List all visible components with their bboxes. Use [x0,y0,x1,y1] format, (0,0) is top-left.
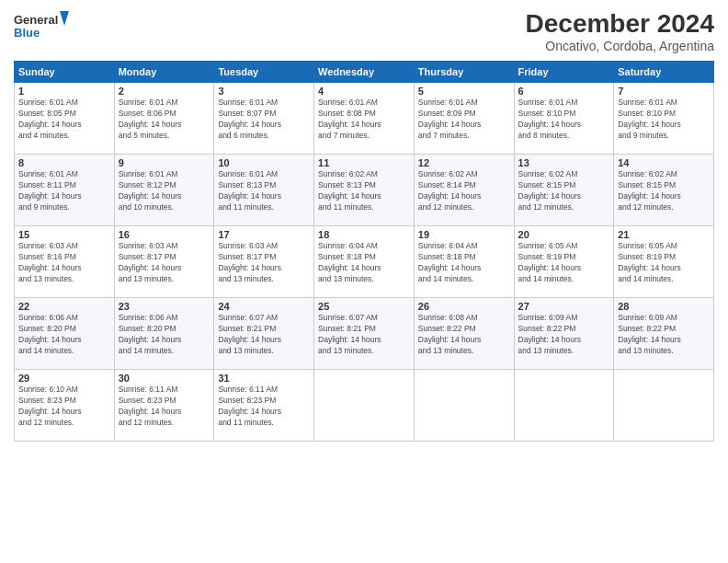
daylight-minutes: and 13 minutes. [18,274,74,283]
sunset-label: Sunset: 8:10 PM [518,109,576,118]
sunset-label: Sunset: 8:22 PM [418,324,476,333]
sunset-label: Sunset: 8:12 PM [119,180,176,190]
daylight-minutes: and 7 minutes. [418,131,470,140]
day-info: Sunrise: 6:11 AM Sunset: 8:23 PM Dayligh… [218,385,310,429]
sunset-label: Sunset: 8:23 PM [218,396,276,405]
daylight-minutes: and 11 minutes. [218,418,273,427]
day-number: 21 [618,229,710,240]
calendar-cell: 22 Sunrise: 6:06 AM Sunset: 8:20 PM Dayl… [15,298,115,370]
calendar-header-tuesday: Tuesday [214,62,314,83]
sunrise-label: Sunrise: 6:01 AM [119,98,178,107]
day-info: Sunrise: 6:03 AM Sunset: 8:17 PM Dayligh… [218,241,310,285]
calendar-cell: 28 Sunrise: 6:09 AM Sunset: 8:22 PM Dayl… [614,298,714,370]
sunset-label: Sunset: 8:13 PM [218,180,276,190]
calendar-cell: 19 Sunrise: 6:04 AM Sunset: 8:18 PM Dayl… [414,226,514,298]
daylight-minutes: and 5 minutes. [119,131,170,140]
sunrise-label: Sunrise: 6:01 AM [418,98,478,107]
daylight-label: Daylight: 14 hours [618,263,681,272]
sunrise-label: Sunrise: 6:06 AM [119,313,178,322]
daylight-minutes: and 14 minutes. [18,346,74,355]
page: General Blue December 2024 Oncativo, Cor… [0,0,728,563]
calendar-cell: 26 Sunrise: 6:08 AM Sunset: 8:22 PM Dayl… [414,298,514,370]
calendar-cell: 11 Sunrise: 6:02 AM Sunset: 8:13 PM Dayl… [314,155,415,226]
day-number: 2 [119,86,210,97]
day-info: Sunrise: 6:09 AM Sunset: 8:22 PM Dayligh… [618,313,710,357]
sunset-label: Sunset: 8:06 PM [119,109,176,118]
daylight-minutes: and 13 minutes. [318,274,373,283]
sunset-label: Sunset: 8:20 PM [18,324,76,333]
daylight-label: Daylight: 14 hours [318,191,381,201]
sunrise-label: Sunrise: 6:02 AM [518,169,578,178]
day-info: Sunrise: 6:10 AM Sunset: 8:23 PM Dayligh… [18,385,110,429]
day-info: Sunrise: 6:01 AM Sunset: 8:10 PM Dayligh… [518,98,610,142]
calendar-cell: 18 Sunrise: 6:04 AM Sunset: 8:18 PM Dayl… [314,226,415,298]
day-number: 4 [318,86,410,97]
sunrise-label: Sunrise: 6:01 AM [18,169,78,178]
calendar-cell: 14 Sunrise: 6:02 AM Sunset: 8:15 PM Dayl… [614,155,714,226]
sunset-label: Sunset: 8:18 PM [418,252,476,261]
calendar-cell: 10 Sunrise: 6:01 AM Sunset: 8:13 PM Dayl… [214,155,314,226]
day-number: 11 [318,157,410,168]
day-info: Sunrise: 6:09 AM Sunset: 8:22 PM Dayligh… [518,313,610,357]
daylight-label: Daylight: 14 hours [518,191,582,201]
daylight-minutes: and 13 minutes. [218,274,273,283]
sunset-label: Sunset: 8:18 PM [318,252,376,261]
calendar-cell [614,370,714,442]
sunset-label: Sunset: 8:09 PM [418,109,476,118]
day-number: 27 [518,301,610,312]
day-info: Sunrise: 6:03 AM Sunset: 8:16 PM Dayligh… [18,241,110,285]
calendar-header-wednesday: Wednesday [314,62,415,83]
sunrise-label: Sunrise: 6:08 AM [418,313,478,322]
day-number: 16 [119,229,210,240]
day-number: 28 [618,301,710,312]
daylight-minutes: and 11 minutes. [318,202,373,212]
day-number: 10 [218,157,310,168]
sunrise-label: Sunrise: 6:11 AM [119,385,178,394]
day-info: Sunrise: 6:06 AM Sunset: 8:20 PM Dayligh… [119,313,210,357]
svg-text:General: General [14,13,58,27]
day-number: 25 [318,301,410,312]
daylight-label: Daylight: 14 hours [119,263,182,272]
sunrise-label: Sunrise: 6:01 AM [218,98,278,107]
calendar-cell [514,370,614,442]
daylight-minutes: and 9 minutes. [618,131,669,140]
day-number: 8 [18,157,110,168]
calendar-cell: 6 Sunrise: 6:01 AM Sunset: 8:10 PM Dayli… [514,83,614,155]
day-info: Sunrise: 6:04 AM Sunset: 8:18 PM Dayligh… [318,241,410,285]
calendar-cell: 21 Sunrise: 6:05 AM Sunset: 8:19 PM Dayl… [614,226,714,298]
day-info: Sunrise: 6:02 AM Sunset: 8:14 PM Dayligh… [418,169,510,213]
calendar-header-thursday: Thursday [414,62,514,83]
day-info: Sunrise: 6:05 AM Sunset: 8:19 PM Dayligh… [518,241,610,285]
sunrise-label: Sunrise: 6:11 AM [218,385,278,394]
daylight-label: Daylight: 14 hours [119,191,182,201]
daylight-label: Daylight: 14 hours [318,335,381,344]
day-info: Sunrise: 6:06 AM Sunset: 8:20 PM Dayligh… [18,313,110,357]
sunrise-label: Sunrise: 6:01 AM [518,98,578,107]
sunset-label: Sunset: 8:05 PM [18,109,76,118]
sunrise-label: Sunrise: 6:01 AM [618,98,677,107]
daylight-label: Daylight: 14 hours [18,120,82,129]
calendar-cell [314,370,415,442]
calendar-cell: 2 Sunrise: 6:01 AM Sunset: 8:06 PM Dayli… [114,83,214,155]
sunrise-label: Sunrise: 6:07 AM [318,313,378,322]
daylight-minutes: and 9 minutes. [18,202,70,212]
daylight-minutes: and 4 minutes. [18,131,70,140]
general-blue-logo-icon: General Blue [14,9,69,44]
daylight-minutes: and 13 minutes. [618,346,673,355]
day-number: 26 [418,301,510,312]
daylight-label: Daylight: 14 hours [518,120,582,129]
daylight-label: Daylight: 14 hours [618,191,681,201]
daylight-label: Daylight: 14 hours [318,120,381,129]
day-number: 20 [518,229,610,240]
sunset-label: Sunset: 8:22 PM [518,324,576,333]
day-number: 17 [218,229,310,240]
daylight-label: Daylight: 14 hours [418,120,482,129]
sunset-label: Sunset: 8:17 PM [119,252,176,261]
day-info: Sunrise: 6:01 AM Sunset: 8:06 PM Dayligh… [119,98,210,142]
calendar-cell: 23 Sunrise: 6:06 AM Sunset: 8:20 PM Dayl… [114,298,214,370]
daylight-minutes: and 14 minutes. [518,274,574,283]
daylight-label: Daylight: 14 hours [218,120,281,129]
daylight-minutes: and 14 minutes. [618,274,673,283]
calendar-cell: 7 Sunrise: 6:01 AM Sunset: 8:10 PM Dayli… [614,83,714,155]
calendar-cell [414,370,514,442]
